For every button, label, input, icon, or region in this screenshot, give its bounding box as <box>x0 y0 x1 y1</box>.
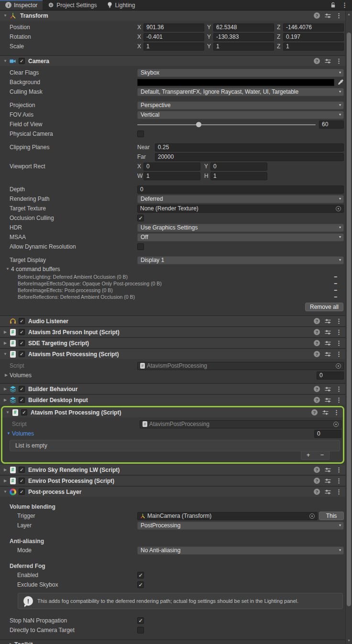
kebab-menu-icon[interactable]: ⋮ <box>336 318 342 324</box>
scroll-up-icon[interactable]: ▲ <box>346 12 352 16</box>
fov-axis-dropdown[interactable]: Vertical▾ <box>137 111 344 119</box>
presets-icon[interactable] <box>325 351 331 357</box>
rotation-x-input[interactable]: -0.401 <box>143 33 204 41</box>
kebab-menu-icon[interactable]: ⋮ <box>336 58 342 64</box>
atavism-input-header[interactable]: ▶ # ✓ Atavism 3rd Person Input (Script) … <box>0 327 345 337</box>
foldout-open-icon[interactable]: ▼ <box>4 267 11 271</box>
physical-camera-checkbox[interactable] <box>137 131 144 137</box>
foldout-closed-icon[interactable]: ▶ <box>2 479 9 483</box>
anti-aliasing-mode-dropdown[interactable]: No Anti-aliasing▾ <box>137 546 344 555</box>
presets-icon[interactable] <box>325 386 331 392</box>
object-picker-icon[interactable] <box>336 206 341 211</box>
transform-header[interactable]: ▼ Transform ? ⋮ <box>0 11 345 21</box>
presets-icon[interactable] <box>325 478 331 484</box>
foldout-open-icon[interactable]: ▼ <box>5 432 12 436</box>
camera-enabled-checkbox[interactable]: ✓ <box>19 58 25 64</box>
tab-lighting[interactable]: Lighting <box>102 0 140 10</box>
near-input[interactable]: 0.25 <box>155 143 344 152</box>
toolkit-foldout[interactable]: ▶ Toolkit <box>0 639 345 644</box>
kebab-menu-icon[interactable]: ⋮ <box>336 467 342 473</box>
remove-buffer-button[interactable]: − <box>334 287 337 293</box>
far-input[interactable]: 20000 <box>155 153 344 161</box>
viewport-w-input[interactable]: 1 <box>143 172 200 180</box>
sde-targeting-header[interactable]: ▶ # ✓ SDE Targeting (Script) ? ⋮ <box>0 338 345 348</box>
presets-icon[interactable] <box>325 340 331 346</box>
enabled-checkbox[interactable]: ✓ <box>19 329 25 335</box>
audio-listener-enabled-checkbox[interactable]: ✓ <box>19 318 25 324</box>
vertical-scrollbar[interactable]: ▲ ▼ <box>345 11 352 644</box>
atavism-pp2-header[interactable]: ▼ # ✓ Atavism Post Processing (Script) ?… <box>2 407 343 417</box>
builder-desktop-input-header[interactable]: ▶ ✓ Builder Desktop Input ? ⋮ <box>0 395 345 405</box>
presets-icon[interactable] <box>325 13 331 19</box>
rotation-z-input[interactable]: 0.197 <box>283 33 344 41</box>
msaa-dropdown[interactable]: Off▾ <box>137 233 344 241</box>
script-object-field[interactable]: #AtavismPostProcessing <box>140 420 341 428</box>
presets-icon[interactable] <box>325 58 331 64</box>
help-icon[interactable]: ? <box>314 58 320 64</box>
field-of-view-slider[interactable] <box>137 120 316 129</box>
enviro-pp-header[interactable]: ▶ # ✓ Enviro Post Processing (Script) ? … <box>0 476 345 486</box>
atavism-pp1-header[interactable]: ▼ # ✓ Atavism Post Processing (Script) ?… <box>0 349 345 359</box>
volumes-count-input[interactable]: 0 <box>317 371 344 380</box>
kebab-menu-icon[interactable]: ⋮ <box>336 351 342 357</box>
presets-icon[interactable] <box>325 318 331 324</box>
presets-icon[interactable] <box>325 329 331 335</box>
depth-input[interactable]: 0 <box>137 186 344 194</box>
kebab-menu-icon[interactable]: ⋮ <box>336 397 342 403</box>
unlock-icon[interactable] <box>330 2 336 8</box>
enabled-checkbox[interactable]: ✓ <box>19 467 25 473</box>
clear-flags-dropdown[interactable]: Skybox▾ <box>137 69 344 77</box>
fog-enabled-checkbox[interactable]: ✓ <box>137 572 144 579</box>
help-icon[interactable]: ? <box>314 351 320 357</box>
kebab-menu-icon[interactable]: ⋮ <box>336 386 342 392</box>
layer-dropdown[interactable]: PostProcessing▾ <box>137 522 344 530</box>
window-kebab-menu-icon[interactable]: ⋮ <box>341 2 348 8</box>
foldout-closed-icon[interactable]: ▶ <box>8 643 14 644</box>
object-picker-icon[interactable] <box>309 513 315 519</box>
enviro-sky-header[interactable]: ▶ # ✓ Enviro Sky Rendering LW (Script) ?… <box>0 465 345 475</box>
scale-y-input[interactable]: 1 <box>213 43 274 51</box>
rotation-y-input[interactable]: -130.383 <box>213 33 274 41</box>
enabled-checkbox[interactable]: ✓ <box>19 489 25 495</box>
eyedropper-icon[interactable] <box>337 79 344 85</box>
help-icon[interactable]: ? <box>314 467 320 473</box>
exclude-skybox-checkbox[interactable]: ✓ <box>137 581 144 588</box>
enabled-checkbox[interactable]: ✓ <box>19 386 25 392</box>
position-y-input[interactable]: 62.5348 <box>213 23 274 32</box>
remove-all-button[interactable]: Remove all <box>305 303 343 311</box>
slider-handle[interactable] <box>196 122 201 127</box>
object-picker-icon[interactable] <box>333 422 339 427</box>
remove-buffer-button[interactable]: − <box>334 281 337 286</box>
foldout-open-icon[interactable]: ▼ <box>4 411 11 415</box>
volumes-count-input[interactable]: 0 <box>314 430 341 438</box>
script-object-field[interactable]: #AtavismPostProcessing <box>137 362 344 370</box>
foldout-open-icon[interactable]: ▼ <box>2 14 9 18</box>
enabled-checkbox[interactable]: ✓ <box>19 397 25 403</box>
command-buffers-foldout[interactable]: ▼ 4 command buffers <box>0 265 345 273</box>
background-color-swatch[interactable] <box>137 79 334 86</box>
position-z-input[interactable]: -146.4076 <box>283 23 344 32</box>
post-process-layer-header[interactable]: ▼ ✓ Post-process Layer ? ⋮ <box>0 487 345 497</box>
culling-mask-dropdown[interactable]: Default, TransparentFX, Ignore Raycast, … <box>137 88 344 96</box>
enabled-checkbox[interactable]: ✓ <box>19 351 25 357</box>
stop-nan-checkbox[interactable]: ✓ <box>137 617 144 624</box>
foldout-closed-icon[interactable]: ▶ <box>2 387 9 391</box>
foldout-closed-icon[interactable]: ▶ <box>2 468 9 472</box>
directly-to-camera-target-checkbox[interactable] <box>137 627 144 633</box>
enabled-checkbox[interactable]: ✓ <box>21 409 27 415</box>
target-texture-object-field[interactable]: None (Render Texture) <box>137 205 344 213</box>
tab-project-settings[interactable]: Project Settings <box>43 0 102 10</box>
presets-icon[interactable] <box>325 397 331 403</box>
help-icon[interactable]: ? <box>311 409 318 415</box>
occlusion-culling-checkbox[interactable]: ✓ <box>137 215 144 221</box>
enabled-checkbox[interactable]: ✓ <box>19 478 25 484</box>
target-display-dropdown[interactable]: Display 1▾ <box>137 256 344 264</box>
help-icon[interactable]: ? <box>314 478 320 484</box>
help-icon[interactable]: ? <box>314 329 320 335</box>
foldout-closed-icon[interactable]: ▶ <box>2 398 9 402</box>
builder-behaviour-header[interactable]: ▶ ✓ Builder Behaviour ? ⋮ <box>0 384 345 394</box>
presets-icon[interactable] <box>322 410 329 415</box>
foldout-open-icon[interactable]: ▼ <box>2 490 9 494</box>
scroll-down-icon[interactable]: ▼ <box>346 639 352 642</box>
rendering-path-dropdown[interactable]: Deferred▾ <box>137 195 344 203</box>
